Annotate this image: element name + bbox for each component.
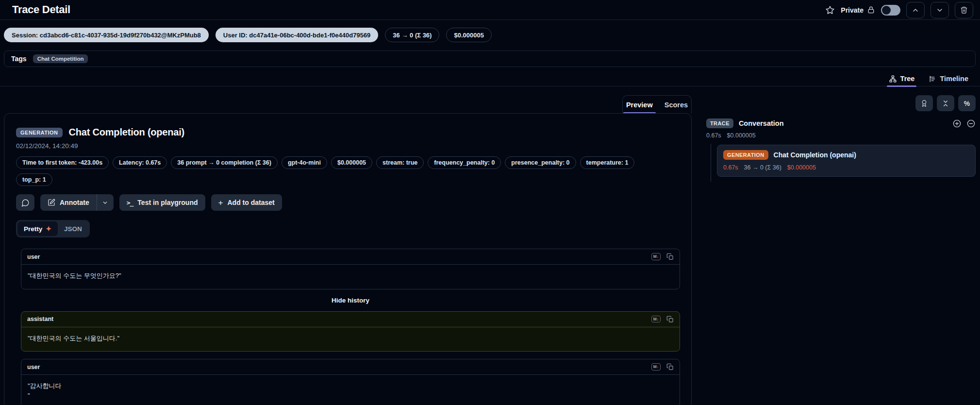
- node-generation-badge: GENERATION: [723, 150, 768, 160]
- trace-badge: TRACE: [706, 118, 733, 128]
- next-trace-button[interactable]: [930, 2, 949, 18]
- visibility-label: Private: [841, 6, 875, 14]
- tree-guide-line: [711, 144, 711, 182]
- message-role: assistant: [27, 316, 53, 322]
- plus-circle-icon[interactable]: [952, 119, 962, 128]
- copy-icon[interactable]: [666, 363, 674, 371]
- delete-trace-button[interactable]: [955, 2, 973, 18]
- annotate-split-button: Annotate: [40, 194, 114, 211]
- award-icon: [920, 100, 928, 107]
- metrics-toggle-button[interactable]: %: [958, 95, 976, 111]
- chevron-down-icon: [102, 200, 108, 206]
- latency-badge: Latency: 0.67s: [113, 156, 167, 169]
- node-metrics: 0.67s 36 → 0 (Σ 36) $0.000005: [723, 164, 969, 171]
- add-to-dataset-label: Add to dataset: [227, 199, 274, 206]
- node-title: Chat Completion (openai): [774, 151, 856, 159]
- tab-scores[interactable]: Scores: [664, 96, 688, 114]
- markdown-toggle-icon[interactable]: M↓: [651, 363, 661, 371]
- copy-icon[interactable]: [666, 316, 674, 323]
- percent-icon: %: [964, 100, 970, 107]
- playground-button[interactable]: >_ Test in playground: [119, 194, 205, 211]
- message-tools: M↓: [651, 253, 674, 260]
- session-badge[interactable]: Session: cd3abcd6-c81c-4037-935d-19d9f27…: [4, 28, 209, 42]
- observation-badges-row-1: Time to first token: -423.00s Latency: 0…: [16, 156, 680, 169]
- token-usage-badge: 36 → 0 (Σ 36): [385, 28, 439, 42]
- annotate-label: Annotate: [60, 199, 89, 206]
- tree-icon: [889, 75, 897, 83]
- comment-icon: [21, 199, 30, 207]
- minus-circle-icon[interactable]: [966, 119, 976, 128]
- tree-toolbar: %: [699, 95, 976, 111]
- message-header: user M↓: [21, 359, 680, 375]
- lock-icon: [867, 6, 875, 14]
- scores-toggle-button[interactable]: [915, 95, 933, 111]
- page-title: Trace Detail: [12, 3, 70, 16]
- view-tabs: Tree Timeline: [0, 71, 980, 86]
- tab-preview[interactable]: Preview: [626, 96, 653, 114]
- top-p-badge: top_p: 1: [16, 173, 52, 186]
- trace-root-row[interactable]: TRACE Conversation: [699, 118, 976, 128]
- chevron-down-icon: [936, 6, 944, 14]
- generation-node[interactable]: GENERATION Chat Completion (openai) 0.67…: [717, 145, 976, 177]
- comments-button[interactable]: [16, 194, 34, 211]
- copy-icon[interactable]: [666, 253, 674, 260]
- tab-timeline[interactable]: Timeline: [928, 71, 968, 86]
- plus-icon: +: [218, 199, 223, 207]
- add-to-dataset-button[interactable]: + Add to dataset: [211, 194, 282, 211]
- tags-label: Tags: [11, 55, 27, 63]
- annotate-dropdown-button[interactable]: [97, 194, 114, 211]
- private-label: Private: [841, 6, 864, 14]
- message-content: "대한민국의 수도는 무엇인가요?": [21, 265, 680, 289]
- observation-timestamp: 02/12/2024, 14:20:49: [16, 142, 680, 150]
- trace-tree-panel: % TRACE Conversation 0.67s $0.000005 GEN…: [699, 95, 976, 177]
- user-id-badge[interactable]: User ID: dc47a41e-06bc-400d-bde1-f0e440d…: [216, 28, 379, 42]
- observation-title: Chat Completion (openai): [69, 127, 185, 138]
- format-pretty-tab[interactable]: Pretty ✦: [17, 221, 58, 236]
- sparkles-icon: ✦: [46, 225, 51, 233]
- message-tools: M↓: [651, 363, 674, 371]
- message-content: "감사합니다 ": [21, 375, 680, 405]
- chevrons-collapse-icon: [942, 100, 949, 107]
- stream-badge: stream: true: [376, 156, 424, 169]
- tab-preview-label: Preview: [626, 101, 653, 109]
- node-cost: $0.000005: [787, 164, 816, 171]
- message-content: "대한민국의 수도는 서울입니다.": [21, 327, 680, 352]
- toggle-knob: [882, 6, 891, 15]
- message-tools: M↓: [651, 316, 674, 323]
- format-json-tab[interactable]: JSON: [58, 221, 88, 236]
- trash-icon: [960, 6, 968, 14]
- observation-card: GENERATION Chat Completion (openai) 02/1…: [4, 113, 692, 405]
- tab-tree[interactable]: Tree: [889, 71, 915, 86]
- markdown-toggle-icon[interactable]: M↓: [651, 316, 661, 323]
- messages-list: user M↓ "대한민국의 수도는 무엇인가요?" Hide history …: [21, 249, 680, 405]
- obs-cost-badge: $0.000005: [331, 156, 372, 169]
- star-icon[interactable]: [825, 5, 835, 15]
- node-tokens: 36 → 0 (Σ 36): [744, 164, 781, 171]
- observation-header: GENERATION Chat Completion (openai): [16, 127, 680, 138]
- collapse-all-button[interactable]: [937, 95, 954, 111]
- public-toggle[interactable]: [881, 5, 900, 16]
- message-user-1: user M↓ "대한민국의 수도는 무엇인가요?": [21, 249, 680, 289]
- frequency-penalty-badge: frequency_penalty: 0: [428, 156, 501, 169]
- annotate-pen-icon: [48, 199, 55, 206]
- annotate-button[interactable]: Annotate: [40, 194, 97, 211]
- presence-penalty-badge: presence_penalty: 0: [505, 156, 576, 169]
- prev-trace-button[interactable]: [906, 2, 925, 18]
- model-badge[interactable]: gpt-4o-mini: [282, 156, 327, 169]
- hide-history-link[interactable]: Hide history: [21, 297, 680, 304]
- message-header: user M↓: [21, 249, 680, 265]
- tag-chip[interactable]: Chat Competition: [33, 54, 88, 63]
- generation-type-badge: GENERATION: [16, 128, 63, 137]
- terminal-icon: >_: [127, 199, 133, 206]
- trace-cost: $0.000005: [727, 132, 756, 139]
- format-toggle: Pretty ✦ JSON: [16, 220, 90, 237]
- title-bar: Trace Detail Private: [0, 0, 980, 20]
- tab-tree-label: Tree: [900, 75, 915, 83]
- timeline-icon: [928, 75, 936, 83]
- markdown-toggle-icon[interactable]: M↓: [651, 253, 661, 260]
- message-header: assistant M↓: [21, 312, 680, 327]
- actions-row: Annotate >_ Test in playground + Add to …: [16, 194, 680, 211]
- node-header: GENERATION Chat Completion (openai): [723, 150, 969, 160]
- tab-scores-label: Scores: [664, 101, 688, 109]
- trace-latency: 0.67s: [706, 132, 721, 139]
